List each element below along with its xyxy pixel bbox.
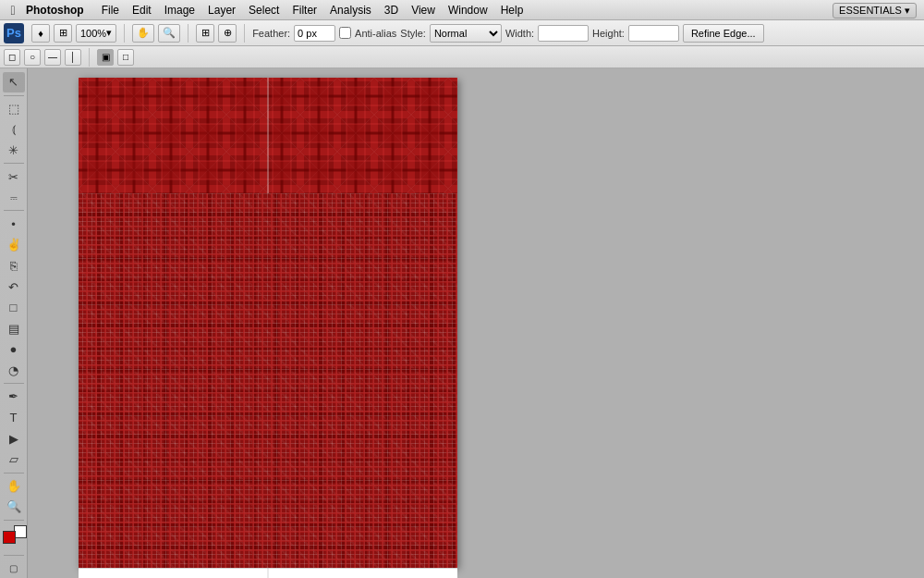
left-toolbar: ↖ ⬚ ⦅ ✳ ✂ ⎓ • ✌ ⎘ ↶ □ ▤ ● ◔ ✒ T ▶ ▱ ✋ 🔍 … bbox=[0, 68, 28, 578]
pattern-section: 2 3 6 7 D C B ✂ ↖ bbox=[79, 568, 457, 578]
width-label: Width: bbox=[505, 28, 534, 39]
marquee-col-btn[interactable]: │ bbox=[65, 49, 81, 66]
divider-7 bbox=[4, 555, 24, 556]
tool-crop[interactable]: ✂ bbox=[3, 166, 25, 187]
tool-shape[interactable]: ▱ bbox=[3, 449, 25, 470]
tool-clone[interactable]: ⎘ bbox=[3, 256, 25, 277]
tool-marquee[interactable]: ⬚ bbox=[3, 99, 25, 119]
fabric-top-svg bbox=[79, 78, 457, 193]
height-input[interactable] bbox=[628, 25, 679, 42]
marquee-active-btn[interactable]: ▣ bbox=[97, 49, 114, 66]
menu-view[interactable]: View bbox=[405, 2, 442, 18]
tool-type[interactable]: T bbox=[3, 408, 25, 428]
marquee-rect-btn[interactable]: ◻ bbox=[4, 49, 20, 66]
sep-tb2 bbox=[89, 48, 90, 67]
marquee-ellipse-btn[interactable]: ○ bbox=[24, 49, 41, 66]
color-swatches bbox=[2, 527, 26, 552]
feather-input[interactable] bbox=[294, 25, 335, 42]
tool-path-select[interactable]: ▶ bbox=[3, 428, 25, 449]
fg-color-swatch[interactable] bbox=[3, 531, 16, 544]
menu-image[interactable]: Image bbox=[158, 2, 201, 18]
menu-help[interactable]: Help bbox=[494, 2, 530, 18]
menu-bar:  Photoshop File Edit Image Layer Select… bbox=[0, 0, 924, 20]
feather-label: Feather: bbox=[252, 28, 290, 39]
divider-3 bbox=[4, 210, 24, 211]
divider-6 bbox=[4, 520, 24, 521]
bg-color-swatch[interactable] bbox=[14, 525, 27, 538]
antialiased-checkbox[interactable] bbox=[339, 27, 351, 39]
options-bar: Ps ♦ ⊞ 100%▾ ✋ 🔍 ⊞ ⊕ Feather: Anti-alias… bbox=[0, 20, 924, 46]
separator-3 bbox=[244, 24, 245, 43]
menu-select[interactable]: Select bbox=[242, 2, 286, 18]
layout-btn-1[interactable]: ⊞ bbox=[196, 24, 214, 43]
tool-blur[interactable]: ● bbox=[3, 339, 25, 360]
refine-edge-btn[interactable]: Refine Edge... bbox=[683, 24, 764, 43]
select-tool-btn[interactable]: ♦ bbox=[31, 24, 50, 43]
menu-filter[interactable]: Filter bbox=[286, 2, 323, 18]
view-mode-btn[interactable]: ⊞ bbox=[54, 24, 72, 43]
separator-2 bbox=[188, 24, 188, 43]
tool-eyedropper[interactable]: ⎓ bbox=[3, 188, 25, 208]
tool-move[interactable]: ↖ bbox=[3, 72, 25, 92]
separator-1 bbox=[124, 24, 125, 43]
tool-eraser[interactable]: □ bbox=[3, 298, 25, 318]
tool-lasso[interactable]: ⦅ bbox=[3, 119, 25, 140]
menu-3d[interactable]: 3D bbox=[378, 2, 405, 18]
marquee-row-btn[interactable]: — bbox=[44, 49, 61, 66]
menu-edit[interactable]: Edit bbox=[126, 2, 158, 18]
menu-layer[interactable]: Layer bbox=[201, 2, 242, 18]
tool-history-brush[interactable]: ↶ bbox=[3, 277, 25, 297]
menu-analysis[interactable]: Analysis bbox=[323, 2, 378, 18]
app-name: Photoshop bbox=[26, 4, 84, 17]
ps-logo: Ps bbox=[4, 23, 24, 43]
fabric-top bbox=[79, 78, 457, 568]
tool-spot-heal[interactable]: • bbox=[3, 214, 25, 234]
divider-5 bbox=[4, 473, 24, 473]
toolbar2: ◻ ○ — │ ▣ □ bbox=[0, 46, 924, 68]
tool-dodge[interactable]: ◔ bbox=[3, 361, 25, 381]
menu-file[interactable]: File bbox=[95, 2, 126, 18]
main-area: ↖ ⬚ ⦅ ✳ ✂ ⎓ • ✌ ⎘ ↶ □ ▤ ● ◔ ✒ T ▶ ▱ ✋ 🔍 … bbox=[0, 68, 924, 578]
essentials-button[interactable]: ESSENTIALS ▾ bbox=[833, 3, 917, 18]
style-select[interactable]: Normal Fixed Ratio Fixed Size bbox=[430, 24, 502, 43]
tool-hand[interactable]: ✋ bbox=[3, 476, 25, 497]
divider-2 bbox=[4, 163, 24, 164]
apple-logo:  bbox=[4, 0, 22, 20]
tool-pen[interactable]: ✒ bbox=[3, 387, 25, 407]
divider-4 bbox=[4, 383, 24, 384]
divider-1 bbox=[4, 95, 24, 96]
height-label: Height: bbox=[592, 28, 625, 39]
antialiased-label: Anti-alias bbox=[355, 28, 396, 39]
menu-window[interactable]: Window bbox=[442, 2, 494, 18]
view-fit-btn[interactable]: □ bbox=[117, 49, 134, 66]
pattern-svg: 2 3 6 7 D C B ✂ ↖ bbox=[79, 568, 457, 578]
zoom-tool-btn[interactable]: 🔍 bbox=[158, 24, 180, 43]
hand-tool-btn[interactable]: ✋ bbox=[132, 24, 154, 43]
document-canvas: 2 3 6 7 D C B ✂ ↖ bbox=[79, 78, 457, 568]
tool-gradient[interactable]: ▤ bbox=[3, 318, 25, 338]
tool-quick-mask[interactable]: ▢ bbox=[3, 559, 25, 578]
zoom-input-btn[interactable]: 100%▾ bbox=[76, 24, 116, 43]
tool-magic-wand[interactable]: ✳ bbox=[3, 141, 25, 161]
style-label: Style: bbox=[400, 28, 426, 39]
tool-brush[interactable]: ✌ bbox=[3, 235, 25, 255]
canvas-area: 2 3 6 7 D C B ✂ ↖ bbox=[28, 68, 924, 578]
layout-btn-2[interactable]: ⊕ bbox=[218, 24, 237, 43]
width-input[interactable] bbox=[538, 25, 589, 42]
tool-zoom[interactable]: 🔍 bbox=[3, 497, 25, 517]
